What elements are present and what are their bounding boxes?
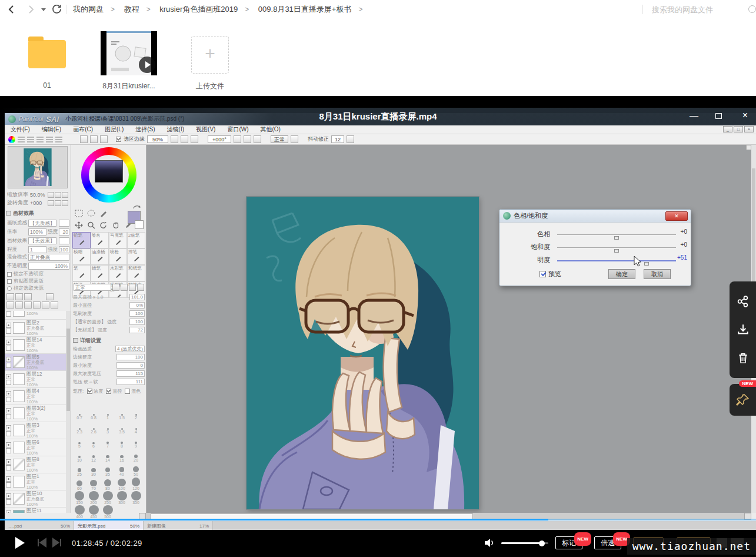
brush-size-cell: 9 [129, 435, 143, 449]
mark-button[interactable]: 标记 NEW [555, 536, 582, 549]
layer-thumbnail [13, 390, 25, 402]
maximize-icon[interactable] [715, 113, 722, 119]
forward-icon[interactable] [26, 5, 35, 14]
collapse-icon [6, 211, 11, 215]
volume-icon[interactable] [484, 537, 495, 549]
secondary-color-swatch [135, 220, 144, 229]
document-tab: 新建图像 17% [144, 521, 213, 531]
seek-bar[interactable] [0, 519, 756, 520]
delete-layer-icon [51, 301, 58, 309]
watermark: www.tiaozhuan.net [627, 538, 756, 555]
option-checkbox [7, 279, 12, 284]
video-file-item[interactable] [101, 31, 157, 75]
brush-size-cell: 3 [101, 420, 115, 435]
play-icon[interactable] [15, 537, 25, 549]
volume-slider[interactable] [501, 542, 548, 544]
layer-row: 图层6 正常 100% [5, 439, 66, 456]
speed-button[interactable]: 倍速 NEW [594, 536, 621, 549]
zoom-in-button [181, 135, 188, 143]
material-row: 程度 1 强度 100 [7, 246, 69, 253]
selection-edge-checkbox [116, 137, 121, 142]
brush-size-cell: 150 [72, 491, 86, 505]
sai-menu-item: 视图(V) [190, 125, 221, 134]
pin-button[interactable] [736, 393, 750, 407]
brush-cell: 喷枪 [109, 248, 127, 265]
brush-pen-icon [78, 272, 85, 278]
breadcrumb-separator: > [245, 5, 249, 14]
detail-setting-row: 笔压 硬⇔软 111 [73, 378, 145, 385]
minimize-icon[interactable]: — [690, 110, 698, 120]
share-button[interactable] [737, 295, 750, 308]
collapse-icon [73, 338, 78, 343]
brush-size-cell: 30 [86, 463, 101, 477]
upload-button[interactable]: + [191, 36, 229, 74]
layer-visibility-icon [6, 374, 11, 385]
pressure-option: 直径 [106, 388, 122, 394]
layer-row: 图层4 正常 100% [5, 388, 66, 405]
nav-rotate-button [55, 200, 61, 206]
brush-size-cell: 80 [101, 477, 115, 491]
brush-size-grid: 0.7 0.8 1 [72, 406, 146, 519]
brush-size-cell: 50 [129, 463, 143, 477]
back-icon[interactable] [7, 5, 16, 14]
color-square [95, 160, 123, 183]
brush-size-cell: 200 [86, 491, 101, 505]
folder-item[interactable] [28, 40, 66, 68]
brush-cell: 铅笔 [72, 232, 91, 248]
swap-colors-icon [132, 203, 142, 210]
brush-opt-button [121, 284, 128, 291]
slider-handle [614, 236, 619, 240]
sai-quickbar: 选区边缘 50% +000° 正常 抖动修正 12 [5, 134, 756, 145]
layer-thumbnail [13, 459, 25, 470]
previous-icon[interactable] [36, 538, 47, 548]
nav-zoom-button [48, 192, 54, 198]
paste-layer-icon [15, 301, 23, 309]
size-dot-icon [104, 479, 111, 486]
brush-pen-icon [96, 272, 104, 278]
zoom-out-button [171, 135, 178, 143]
pin-panel [730, 384, 756, 416]
brush-pen-icon [96, 256, 104, 261]
layer-thumbnail [13, 311, 25, 317]
copy-layer-icon [6, 301, 14, 309]
breadcrumb-separator: > [146, 5, 151, 14]
brush-setting-row: 【通常的圆形】 强度 100 [73, 318, 145, 325]
slider-track [557, 260, 676, 261]
material-row: 倍率 100% 强度 20 [7, 228, 69, 236]
brush-size-cell: 12 [86, 449, 101, 463]
plus-icon: + [192, 45, 228, 62]
delete-button[interactable] [737, 352, 750, 364]
brush-size-cell: 10 [72, 449, 86, 463]
refresh-icon[interactable] [52, 4, 62, 14]
brush-cell: 排笔 [127, 248, 145, 265]
layer-visibility-icon [6, 323, 11, 334]
time-display: 01:28:45 / 02:02:29 [72, 539, 142, 548]
search-icon[interactable] [748, 5, 756, 13]
close-icon[interactable]: × [742, 110, 748, 121]
brush-size-cell: 350 [129, 491, 143, 505]
breadcrumb-item[interactable]: 教程 [124, 5, 139, 14]
download-button[interactable] [737, 323, 750, 336]
magic-wand-icon [98, 208, 108, 218]
layer-visibility-icon [6, 459, 11, 470]
detail-setting-row: 最大浓度笔压 115 [73, 370, 145, 377]
search-input[interactable] [652, 2, 740, 16]
dialog-ok-button: 确定 [608, 269, 635, 279]
sai-menu-item: 其他(O) [255, 125, 287, 134]
breadcrumb-item[interactable]: 我的网盘 [73, 5, 104, 14]
brush-opt-button [129, 284, 136, 291]
video-player[interactable]: PaintTool SAI 小题河社授课\备课\0831 009\光影示范.ps… [0, 96, 756, 557]
quickbar-button [80, 135, 88, 143]
brush-size-cell: 2.3 [72, 420, 86, 435]
option-checkbox [7, 272, 12, 277]
breadcrumb-item[interactable]: 009.8月31日直播录屏+板书 [258, 5, 352, 14]
layer-visibility-icon [6, 357, 11, 368]
breadcrumb-separator: > [358, 5, 362, 14]
rotate-ccw-button [234, 135, 241, 143]
pressure-option: 浓度 [87, 388, 103, 394]
brush-size-cell: 6 [86, 435, 101, 449]
next-icon[interactable] [52, 538, 62, 548]
breadcrumb-item[interactable]: krusier角色插画班2019 [159, 5, 238, 14]
history-dropdown-icon[interactable] [41, 8, 46, 11]
brush-size-cell: 35 [101, 463, 115, 477]
